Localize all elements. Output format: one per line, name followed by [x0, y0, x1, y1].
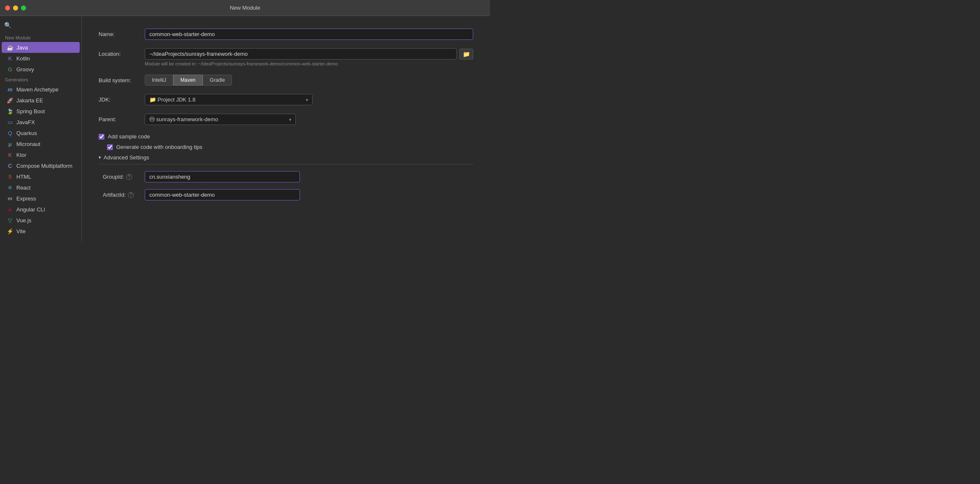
add-sample-code-label: Add sample code — [108, 133, 150, 140]
name-input[interactable] — [145, 29, 473, 40]
artifactid-help-icon[interactable]: ? — [128, 192, 134, 198]
sidebar-item-express[interactable]: ex Express — [2, 193, 80, 204]
main-layout: 🔍 New Module ☕ Java K Kotlin G Groovy Ge… — [0, 16, 490, 242]
parent-select-wrapper: ⓜ sunrays-framework-demo ▾ — [145, 114, 296, 125]
ktor-icon: K — [7, 151, 13, 158]
parent-row: Parent: ⓜ sunrays-framework-demo ▾ — [99, 114, 473, 125]
artifactid-input[interactable] — [145, 189, 300, 200]
quarkus-label: Quarkus — [16, 130, 37, 136]
javafx-label: JavaFX — [16, 119, 35, 125]
vite-icon: ⚡ — [7, 228, 13, 234]
kotlin-label: Kotlin — [16, 55, 30, 62]
jakarta-ee-icon: 🚀 — [7, 97, 13, 104]
sidebar-item-angular[interactable]: A Angular CLI — [2, 204, 80, 215]
micronaut-icon: μ — [7, 141, 13, 147]
advanced-settings-label: Advanced Settings — [104, 154, 149, 161]
sidebar-item-ktor[interactable]: K Ktor — [2, 149, 80, 160]
groovy-icon: G — [7, 66, 13, 73]
sidebar-item-java[interactable]: ☕ Java — [2, 42, 80, 53]
new-module-label: New Module — [0, 33, 81, 42]
parent-field: ⓜ sunrays-framework-demo ▾ — [145, 114, 473, 125]
location-field: 📁 Module will be created in: ~/IdeaProje… — [145, 48, 473, 66]
jdk-row: JDK: 📁 Project JDK 1.8 ▾ — [99, 94, 473, 105]
jdk-select-wrapper: 📁 Project JDK 1.8 ▾ — [145, 94, 313, 105]
vuejs-icon: ▽ — [7, 217, 13, 224]
jdk-select[interactable]: 📁 Project JDK 1.8 — [145, 94, 313, 105]
search-icon[interactable]: 🔍 — [4, 22, 11, 29]
chevron-down-icon-advanced: ▾ — [99, 155, 101, 160]
maven-archetype-icon: m — [7, 86, 13, 93]
parent-label: Parent: — [99, 116, 145, 122]
close-button[interactable] — [5, 5, 10, 10]
html-label: HTML — [16, 174, 31, 180]
groovy-label: Groovy — [16, 66, 34, 73]
build-system-label: Build system: — [99, 77, 145, 83]
folder-browse-button[interactable]: 📁 — [459, 49, 473, 60]
parent-select[interactable]: ⓜ sunrays-framework-demo — [145, 114, 296, 125]
groupid-input[interactable] — [145, 171, 300, 182]
generate-onboarding-row: Generate code with onboarding tips — [107, 144, 473, 150]
add-sample-code-checkbox[interactable] — [99, 134, 104, 140]
build-maven-button[interactable]: Maven — [173, 75, 203, 86]
groupid-row: GroupId: ? — [103, 171, 473, 182]
generate-onboarding-label: Generate code with onboarding tips — [116, 144, 202, 150]
generators-label: Generators — [0, 75, 81, 84]
sidebar-item-compose[interactable]: C Compose Multiplatform — [2, 160, 80, 171]
sidebar-item-groovy[interactable]: G Groovy — [2, 64, 80, 75]
sidebar-item-javafx[interactable]: ▭ JavaFX — [2, 117, 80, 128]
sidebar-item-vite[interactable]: ⚡ Vite — [2, 226, 80, 237]
react-label: React — [16, 185, 31, 191]
react-icon: ⚛ — [7, 184, 13, 191]
build-system-buttons: IntelliJ Maven Gradle — [145, 75, 473, 86]
java-label: Java — [16, 44, 28, 51]
build-system-row: Build system: IntelliJ Maven Gradle — [99, 75, 473, 86]
sidebar-item-react[interactable]: ⚛ React — [2, 182, 80, 193]
jakarta-ee-label: Jakarta EE — [16, 97, 43, 104]
location-input-row: 📁 — [145, 48, 473, 60]
sidebar-item-html[interactable]: 5 HTML — [2, 171, 80, 182]
location-label: Location: — [99, 48, 145, 57]
advanced-settings-header[interactable]: ▾ Advanced Settings — [99, 154, 473, 164]
jdk-label: JDK: — [99, 96, 145, 103]
sidebar-item-maven-archetype[interactable]: m Maven Archetype — [2, 84, 80, 95]
dialog-title: New Module — [230, 5, 260, 11]
vite-label: Vite — [16, 228, 26, 234]
location-input[interactable] — [145, 48, 457, 60]
sidebar-item-kotlin[interactable]: K Kotlin — [2, 53, 80, 64]
search-area[interactable]: 🔍 — [0, 19, 81, 33]
jdk-field: 📁 Project JDK 1.8 ▾ — [145, 94, 473, 105]
groupid-help-icon[interactable]: ? — [126, 174, 132, 180]
compose-icon: C — [7, 162, 13, 169]
generate-onboarding-checkbox[interactable] — [107, 144, 113, 150]
location-row: Location: 📁 Module will be created in: ~… — [99, 48, 473, 66]
title-bar: New Module — [0, 0, 490, 16]
artifactid-label: ArtifactId: ? — [103, 192, 145, 198]
add-sample-code-row: Add sample code — [99, 133, 473, 140]
quarkus-icon: Q — [7, 130, 13, 136]
build-intellij-button[interactable]: IntelliJ — [145, 75, 173, 86]
name-field — [145, 29, 473, 40]
java-icon: ☕ — [7, 44, 13, 51]
sidebar-item-micronaut[interactable]: μ Micronaut — [2, 138, 80, 149]
angular-icon: A — [7, 206, 13, 213]
build-gradle-button[interactable]: Gradle — [203, 75, 232, 86]
name-label: Name: — [99, 31, 145, 37]
traffic-lights — [5, 5, 26, 10]
spring-boot-label: Spring Boot — [16, 108, 45, 114]
express-label: Express — [16, 195, 36, 202]
minimize-button[interactable] — [13, 5, 18, 10]
micronaut-label: Micronaut — [16, 141, 40, 147]
maven-archetype-label: Maven Archetype — [16, 86, 58, 93]
sidebar-item-spring-boot[interactable]: 🍃 Spring Boot — [2, 106, 80, 117]
groupid-label: GroupId: ? — [103, 174, 145, 180]
maximize-button[interactable] — [21, 5, 26, 10]
javafx-icon: ▭ — [7, 119, 13, 125]
spring-boot-icon: 🍃 — [7, 108, 13, 114]
sidebar-item-jakarta-ee[interactable]: 🚀 Jakarta EE — [2, 95, 80, 106]
build-system-field: IntelliJ Maven Gradle — [145, 75, 473, 86]
html-icon: 5 — [7, 173, 13, 180]
sidebar-item-vuejs[interactable]: ▽ Vue.js — [2, 215, 80, 226]
location-hint: Module will be created in: ~/IdeaProject… — [145, 61, 473, 66]
sidebar-item-quarkus[interactable]: Q Quarkus — [2, 128, 80, 138]
kotlin-icon: K — [7, 55, 13, 62]
